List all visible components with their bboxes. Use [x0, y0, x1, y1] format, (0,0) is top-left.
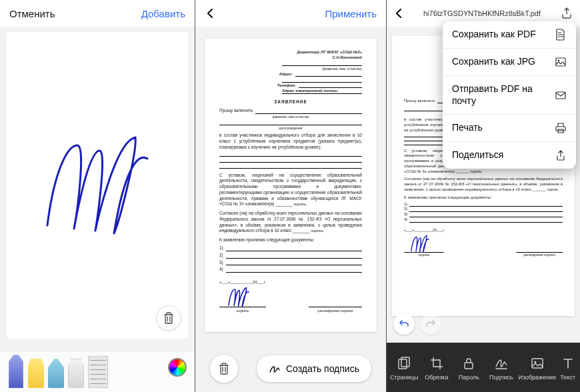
redo-icon: [425, 319, 436, 329]
apply-button[interactable]: Применить: [325, 8, 377, 19]
undo-icon: [399, 319, 409, 329]
svg-rect-0: [556, 58, 565, 66]
signature-icon: [494, 356, 509, 371]
color-picker[interactable]: [168, 358, 187, 377]
share-icon: [555, 149, 567, 161]
pen-tool[interactable]: [8, 355, 24, 388]
toolbar-sign[interactable]: Подпись: [486, 356, 517, 381]
menu-save-jpg[interactable]: Сохранить как JPG: [443, 49, 576, 76]
mail-icon: [555, 89, 567, 101]
delete-button[interactable]: [210, 355, 238, 383]
signature-panel: Отменить Добавить: [0, 0, 195, 392]
menu-save-pdf[interactable]: Сохранить как PDF: [443, 21, 576, 49]
image-icon: [555, 56, 567, 68]
bottom-toolbar: Страницы Обрезка Пароль Подпись Изображе…: [387, 343, 580, 392]
viewer-panel: hi76tzTGSDYNTbHKfNRz8sBkT.pdf Сохранить …: [387, 0, 580, 392]
toolbar-pages[interactable]: Страницы: [389, 356, 419, 381]
document-page[interactable]: Директору ЛГ МАОУ «СОШ №3» С.Н.Кононовой…: [205, 39, 377, 332]
header: Отменить Добавить: [0, 0, 195, 27]
trash-icon: [163, 312, 174, 324]
menu-share[interactable]: Поделиться: [443, 142, 576, 169]
svg-rect-6: [532, 359, 543, 368]
export-button[interactable]: [560, 7, 573, 20]
text-icon: [561, 356, 575, 371]
filename-label: hi76tzTGSDYNTbHKfNRz8sBkT.pdf: [409, 9, 555, 17]
crop-icon: [429, 356, 444, 371]
toolbar-crop[interactable]: Обрезка: [421, 356, 452, 381]
toolbar-password[interactable]: Пароль: [453, 356, 484, 381]
print-icon: [555, 122, 567, 134]
svg-rect-5: [465, 363, 473, 369]
placed-signature: [223, 287, 254, 308]
create-signature-button[interactable]: Создать подпись: [257, 355, 371, 382]
trash-icon: [219, 363, 229, 375]
svg-rect-2: [556, 92, 565, 99]
signature-icon: [269, 363, 281, 375]
menu-print[interactable]: Печать: [443, 115, 576, 142]
add-button[interactable]: Добавить: [141, 8, 185, 19]
toolbar-image[interactable]: Изображение: [518, 356, 556, 381]
lock-icon: [461, 356, 476, 371]
signature-drawing: [41, 132, 154, 239]
bottom-actions: Создать подпись: [195, 355, 386, 383]
svg-rect-3: [399, 359, 407, 369]
undo-redo-bar: [393, 313, 441, 335]
eraser-tool[interactable]: [68, 359, 84, 388]
svg-rect-4: [401, 357, 409, 367]
cancel-button[interactable]: Отменить: [9, 8, 55, 19]
menu-send-mail[interactable]: Отправить PDF на почту: [443, 76, 576, 115]
redo-button[interactable]: [420, 313, 441, 335]
image-icon: [530, 356, 545, 371]
ruler-tool[interactable]: [88, 356, 108, 388]
back-button[interactable]: [393, 8, 404, 19]
svg-point-1: [558, 60, 560, 62]
toolbar-text[interactable]: Текст: [558, 356, 578, 381]
undo-button[interactable]: [393, 313, 415, 335]
highlighter-tool[interactable]: [28, 359, 44, 388]
file-pdf-icon: [555, 29, 567, 41]
pencil-tool[interactable]: [48, 359, 64, 388]
delete-signature-button[interactable]: [156, 305, 181, 331]
apply-panel: Применить Директору ЛГ МАОУ «СОШ №3» С.Н…: [195, 0, 387, 392]
export-menu: Сохранить как PDF Сохранить как JPG Отпр…: [443, 21, 576, 169]
back-button[interactable]: [205, 8, 215, 19]
header: Применить: [195, 0, 386, 27]
tool-bar: [0, 351, 195, 392]
pages-icon: [397, 356, 411, 371]
placed-signature: [407, 235, 433, 253]
signature-canvas[interactable]: [7, 32, 188, 339]
